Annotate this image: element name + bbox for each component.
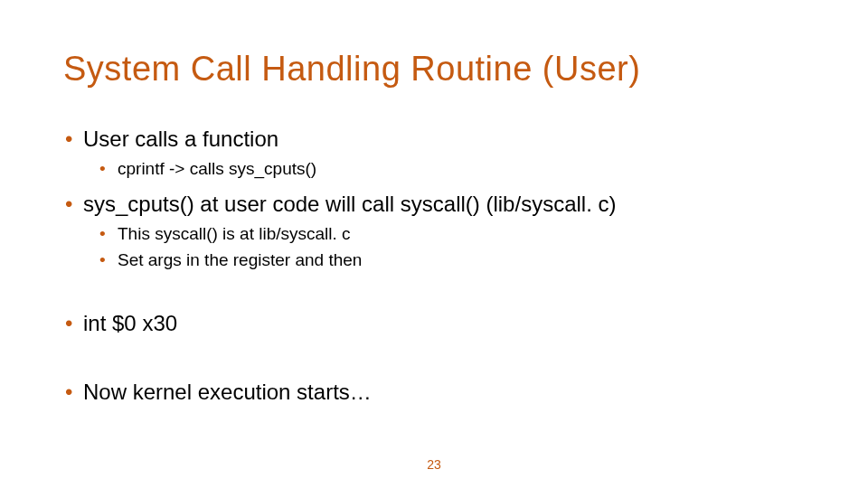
slide-container: System Call Handling Routine (User) User…	[0, 0, 868, 488]
bullet-level1: Now kernel execution starts…	[63, 378, 805, 406]
slide-title: System Call Handling Routine (User)	[63, 50, 805, 89]
bullet-level1: sys_cputs() at user code will call sysca…	[63, 190, 805, 218]
bullet-level2: Set args in the register and then	[63, 249, 805, 272]
bullet-level1: int $0 x30	[63, 309, 805, 337]
bullet-level2: cprintf -> calls sys_cputs()	[63, 158, 805, 181]
bullet-level1: User calls a function	[63, 125, 805, 153]
bullet-level2: This syscall() is at lib/syscall. c	[63, 223, 805, 246]
page-number: 23	[427, 457, 441, 472]
